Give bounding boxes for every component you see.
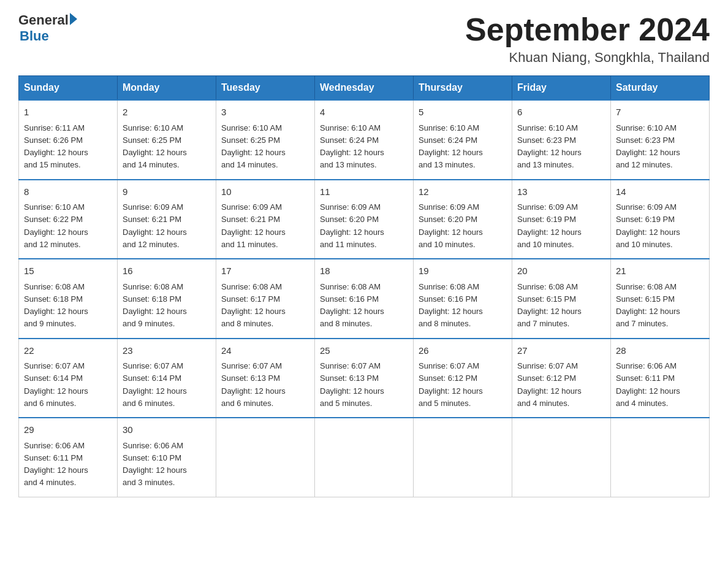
calendar-cell: 11Sunrise: 6:09 AMSunset: 6:20 PMDayligh… [315,180,414,259]
calendar-cell: 16Sunrise: 6:08 AMSunset: 6:18 PMDayligh… [118,259,216,339]
logo-general-text: General [18,12,69,28]
weekday-header-tuesday: Tuesday [216,76,315,101]
calendar-cell [315,418,414,497]
page-header: General Blue September 2024 Khuan Niang,… [18,12,710,66]
day-number: 14 [616,185,704,199]
day-info: Sunrise: 6:09 AMSunset: 6:21 PMDaylight:… [221,202,286,249]
day-info: Sunrise: 6:09 AMSunset: 6:20 PMDaylight:… [320,202,384,249]
day-number: 26 [419,344,507,358]
day-info: Sunrise: 6:07 AMSunset: 6:12 PMDaylight:… [419,361,483,408]
calendar-cell: 23Sunrise: 6:07 AMSunset: 6:14 PMDayligh… [118,339,216,418]
calendar-cell: 25Sunrise: 6:07 AMSunset: 6:13 PMDayligh… [315,339,414,418]
calendar-cell [216,418,315,497]
calendar-cell: 20Sunrise: 6:08 AMSunset: 6:15 PMDayligh… [512,259,611,339]
calendar-cell: 8Sunrise: 6:10 AMSunset: 6:22 PMDaylight… [19,180,118,259]
day-number: 23 [123,344,211,358]
day-number: 8 [24,185,112,199]
day-number: 5 [419,105,507,120]
calendar-week-row: 8Sunrise: 6:10 AMSunset: 6:22 PMDaylight… [19,180,710,259]
day-info: Sunrise: 6:08 AMSunset: 6:15 PMDaylight:… [517,282,582,329]
calendar-week-row: 15Sunrise: 6:08 AMSunset: 6:18 PMDayligh… [19,259,710,339]
day-number: 27 [517,344,605,358]
calendar-cell: 15Sunrise: 6:08 AMSunset: 6:18 PMDayligh… [19,259,118,339]
page-location: Khuan Niang, Songkhla, Thailand [465,50,710,66]
day-info: Sunrise: 6:10 AMSunset: 6:24 PMDaylight:… [419,123,483,170]
calendar-cell: 28Sunrise: 6:06 AMSunset: 6:11 PMDayligh… [611,339,710,418]
day-info: Sunrise: 6:08 AMSunset: 6:16 PMDaylight:… [419,282,483,329]
day-info: Sunrise: 6:09 AMSunset: 6:21 PMDaylight:… [123,202,187,249]
day-number: 20 [517,264,605,278]
day-number: 4 [320,105,408,120]
logo: General Blue [18,12,77,44]
weekday-header-friday: Friday [512,76,611,101]
day-info: Sunrise: 6:10 AMSunset: 6:23 PMDaylight:… [517,123,582,170]
day-info: Sunrise: 6:06 AMSunset: 6:11 PMDaylight:… [616,361,680,408]
day-info: Sunrise: 6:10 AMSunset: 6:22 PMDaylight:… [24,202,88,249]
day-number: 15 [24,264,112,278]
weekday-header-sunday: Sunday [19,76,118,101]
calendar-week-row: 1Sunrise: 6:11 AMSunset: 6:26 PMDaylight… [19,100,710,180]
title-block: September 2024 Khuan Niang, Songkhla, Th… [465,12,710,66]
calendar-table: SundayMondayTuesdayWednesdayThursdayFrid… [18,75,710,497]
day-info: Sunrise: 6:07 AMSunset: 6:14 PMDaylight:… [24,361,88,408]
calendar-cell: 5Sunrise: 6:10 AMSunset: 6:24 PMDaylight… [414,100,512,180]
day-number: 11 [320,185,408,199]
day-number: 29 [24,423,112,437]
day-info: Sunrise: 6:10 AMSunset: 6:25 PMDaylight:… [123,123,187,170]
day-info: Sunrise: 6:10 AMSunset: 6:23 PMDaylight:… [616,123,680,170]
day-number: 13 [517,185,605,199]
calendar-cell: 27Sunrise: 6:07 AMSunset: 6:12 PMDayligh… [512,339,611,418]
day-info: Sunrise: 6:07 AMSunset: 6:12 PMDaylight:… [517,361,582,408]
day-info: Sunrise: 6:09 AMSunset: 6:19 PMDaylight:… [616,202,680,249]
day-number: 28 [616,344,704,358]
calendar-cell: 19Sunrise: 6:08 AMSunset: 6:16 PMDayligh… [414,259,512,339]
calendar-cell: 17Sunrise: 6:08 AMSunset: 6:17 PMDayligh… [216,259,315,339]
calendar-cell: 3Sunrise: 6:10 AMSunset: 6:25 PMDaylight… [216,100,315,180]
logo-blue-text: Blue [20,28,49,44]
day-info: Sunrise: 6:08 AMSunset: 6:15 PMDaylight:… [616,282,680,329]
calendar-cell: 14Sunrise: 6:09 AMSunset: 6:19 PMDayligh… [611,180,710,259]
day-info: Sunrise: 6:08 AMSunset: 6:16 PMDaylight:… [320,282,384,329]
day-number: 17 [221,264,309,278]
calendar-cell: 13Sunrise: 6:09 AMSunset: 6:19 PMDayligh… [512,180,611,259]
day-number: 22 [24,344,112,358]
calendar-cell [414,418,512,497]
day-info: Sunrise: 6:09 AMSunset: 6:19 PMDaylight:… [517,202,582,249]
day-number: 25 [320,344,408,358]
day-info: Sunrise: 6:09 AMSunset: 6:20 PMDaylight:… [419,202,483,249]
calendar-cell: 6Sunrise: 6:10 AMSunset: 6:23 PMDaylight… [512,100,611,180]
calendar-cell: 29Sunrise: 6:06 AMSunset: 6:11 PMDayligh… [19,418,118,497]
day-info: Sunrise: 6:07 AMSunset: 6:13 PMDaylight:… [221,361,286,408]
calendar-cell: 26Sunrise: 6:07 AMSunset: 6:12 PMDayligh… [414,339,512,418]
day-info: Sunrise: 6:11 AMSunset: 6:26 PMDaylight:… [24,123,88,170]
calendar-header-row: SundayMondayTuesdayWednesdayThursdayFrid… [19,76,710,101]
calendar-cell: 9Sunrise: 6:09 AMSunset: 6:21 PMDaylight… [118,180,216,259]
day-number: 30 [123,423,211,437]
weekday-header-wednesday: Wednesday [315,76,414,101]
calendar-cell: 21Sunrise: 6:08 AMSunset: 6:15 PMDayligh… [611,259,710,339]
day-number: 2 [123,105,211,120]
calendar-week-row: 29Sunrise: 6:06 AMSunset: 6:11 PMDayligh… [19,418,710,497]
day-number: 21 [616,264,704,278]
day-info: Sunrise: 6:07 AMSunset: 6:13 PMDaylight:… [320,361,384,408]
day-info: Sunrise: 6:08 AMSunset: 6:17 PMDaylight:… [221,282,286,329]
weekday-header-thursday: Thursday [414,76,512,101]
calendar-cell: 18Sunrise: 6:08 AMSunset: 6:16 PMDayligh… [315,259,414,339]
calendar-cell: 10Sunrise: 6:09 AMSunset: 6:21 PMDayligh… [216,180,315,259]
weekday-header-saturday: Saturday [611,76,710,101]
day-number: 16 [123,264,211,278]
day-number: 12 [419,185,507,199]
calendar-cell: 7Sunrise: 6:10 AMSunset: 6:23 PMDaylight… [611,100,710,180]
calendar-cell [611,418,710,497]
calendar-week-row: 22Sunrise: 6:07 AMSunset: 6:14 PMDayligh… [19,339,710,418]
day-info: Sunrise: 6:08 AMSunset: 6:18 PMDaylight:… [24,282,88,329]
day-number: 9 [123,185,211,199]
calendar-cell: 4Sunrise: 6:10 AMSunset: 6:24 PMDaylight… [315,100,414,180]
day-info: Sunrise: 6:07 AMSunset: 6:14 PMDaylight:… [123,361,187,408]
page-title: September 2024 [465,12,710,47]
day-number: 1 [24,105,112,120]
calendar-cell: 1Sunrise: 6:11 AMSunset: 6:26 PMDaylight… [19,100,118,180]
calendar-cell: 2Sunrise: 6:10 AMSunset: 6:25 PMDaylight… [118,100,216,180]
calendar-cell: 24Sunrise: 6:07 AMSunset: 6:13 PMDayligh… [216,339,315,418]
day-number: 3 [221,105,309,120]
